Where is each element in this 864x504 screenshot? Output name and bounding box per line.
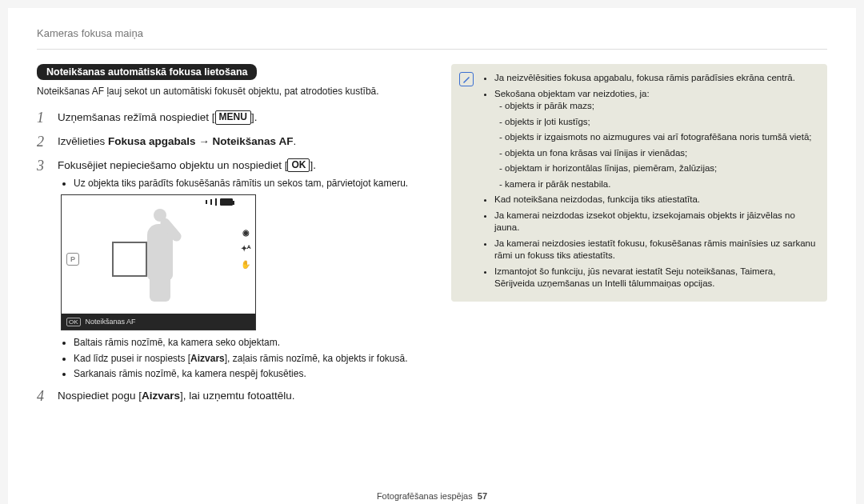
step-2: 2 Izvēlieties Fokusa apgabals → Noteikša… [37, 134, 421, 150]
list-item: Ja neizvēlēsities fokusa apgabalu, fokus… [494, 72, 818, 85]
list-item: objekts ir izgaismots no aizmugures vai … [499, 131, 818, 144]
section-badge: Noteikšanas automātiskā fokusa lietošana [37, 64, 257, 80]
after-screen-bullets: Baltais rāmis nozīmē, ka kamera seko obj… [37, 337, 421, 381]
camera-screen-illustration: P [37, 194, 421, 330]
camera-icon: ✦ᴬ [241, 245, 250, 253]
column-left: Noteikšanas automātiskā fokusa lietošana… [37, 64, 421, 413]
divider [37, 49, 827, 50]
step-3-bullets: Uz objekta tiks parādīts fokusēšanās rām… [37, 178, 421, 190]
list-item: objekta un fona krāsas vai līnijas ir vi… [499, 147, 818, 160]
battery-icon [220, 198, 233, 206]
step-no: 2 [37, 134, 50, 150]
text: Sekošana objektam var neizdoties, ja: [494, 89, 650, 98]
text: Izvēlieties [58, 135, 108, 147]
step-text: Nospiediet pogu [Aizvars], lai uzņemtu f… [58, 389, 294, 403]
document-page: Kameras fokusa maiņa Noteikšanas automāt… [8, 8, 856, 504]
list-item: objekts ir pārāk mazs; [499, 100, 818, 113]
menu-button-label: MENU [215, 110, 251, 125]
camera-status-bar: OK Noteikšanas AF [62, 314, 255, 330]
camera-top-indicators [206, 198, 233, 206]
list-item: Uz objekta tiks parādīts fokusēšanās rām… [74, 178, 421, 190]
list-item: kamera ir pārāk nestabila. [499, 178, 818, 191]
footer-section: Fotografēšanas iespējas [377, 491, 473, 501]
page-footer: Fotografēšanas iespējas 57 [8, 491, 856, 501]
note-sublist: objekts ir pārāk mazs; objekts ir ļoti k… [494, 100, 818, 190]
list-item: Kad līdz pusei ir nospiests [Aizvars], z… [74, 353, 421, 366]
step-text: Fokusējiet nepieciešamo objektu un nospi… [58, 158, 316, 173]
list-item: objektam ir horizontālas līnijas, piemēr… [499, 162, 818, 175]
list-item: Baltais rāmis nozīmē, ka kamera seko obj… [74, 337, 421, 350]
camera-status-text: Noteikšanas AF [86, 318, 136, 326]
text: ]. [310, 159, 316, 171]
step-no: 4 [37, 389, 50, 405]
step-text: Uzņemšanas režīmā nospiediet [MENU]. [58, 110, 257, 125]
note-list: Ja neizvēlēsities fokusa apgabalu, fokus… [483, 72, 818, 290]
list-item: Kad noteikšana neizdodas, funkcija tiks … [494, 194, 818, 206]
camera-left-bar: P [62, 195, 84, 330]
section-intro: Noteikšanas AF ļauj sekot un automātiski… [37, 85, 421, 98]
list-item: Izmantojot šo funkciju, jūs nevarat iest… [494, 266, 818, 290]
text: Kad līdz pusei ir nospiests [ [74, 353, 190, 364]
text: Nospiediet pogu [ [58, 390, 142, 402]
text: ]. [251, 111, 258, 123]
bold-text: Noteikšanas AF [213, 135, 294, 147]
ok-button-label: OK [287, 158, 310, 173]
bold-text: Aizvars [190, 353, 225, 364]
signal-bar-icon [210, 199, 212, 205]
list-item: objekts ir ļoti kustīgs; [499, 116, 818, 129]
text: → [196, 135, 213, 147]
text: . [293, 135, 296, 147]
list-item: Sekošana objektam var neizdoties, ja: ob… [494, 88, 818, 191]
step-no: 3 [37, 158, 50, 174]
camera-icon: ◉ [242, 229, 250, 237]
bold-text: Aizvars [142, 390, 180, 402]
step-no: 1 [37, 110, 50, 126]
step-text: Izvēlieties Fokusa apgabals → Noteikšana… [58, 134, 296, 149]
camera-right-icons: ◉ ✦ᴬ ✋ [236, 195, 255, 330]
focus-frame [112, 242, 147, 277]
ok-icon: OK [66, 318, 81, 326]
step-3: 3 Fokusējiet nepieciešamo objektu un nos… [37, 158, 421, 174]
page-number: 57 [478, 491, 487, 501]
step-1: 1 Uzņemšanas režīmā nospiediet [MENU]. [37, 110, 421, 126]
subject-silhouette [144, 209, 176, 305]
bold-text: Fokusa apgabals [108, 135, 196, 147]
running-header: Kameras fokusa maiņa [37, 27, 827, 39]
content-columns: Noteikšanas automātiskā fokusa lietošana… [37, 64, 827, 413]
signal-bar-icon [206, 200, 207, 204]
camera-main [84, 195, 236, 330]
camera-icon: ✋ [241, 261, 250, 269]
note-box: Ja neizvēlēsities fokusa apgabalu, fokus… [451, 64, 827, 302]
pencil-icon [462, 75, 470, 83]
note-icon [459, 72, 474, 86]
camera-screen: P [61, 194, 256, 330]
list-item: Ja kamerai neizdosies iestatīt fokusu, f… [494, 238, 818, 262]
text: Fokusējiet nepieciešamo objektu un nospi… [58, 159, 287, 171]
text: ], lai uzņemtu fotoattēlu. [180, 390, 294, 402]
step-4: 4 Nospiediet pogu [Aizvars], lai uzņemtu… [37, 389, 421, 405]
mode-icon: P [66, 253, 79, 266]
signal-bar-icon [215, 198, 217, 206]
text: ], zaļais rāmis nozīmē, ka objekts ir fo… [225, 353, 408, 364]
column-right: Ja neizvēlēsities fokusa apgabalu, fokus… [451, 64, 827, 413]
list-item: Sarkanais rāmis nozīmē, ka kamera nespēj… [74, 368, 421, 381]
text: Uzņemšanas režīmā nospiediet [ [58, 111, 215, 123]
list-item: Ja kamerai neizdodas izsekot objektu, iz… [494, 210, 818, 234]
